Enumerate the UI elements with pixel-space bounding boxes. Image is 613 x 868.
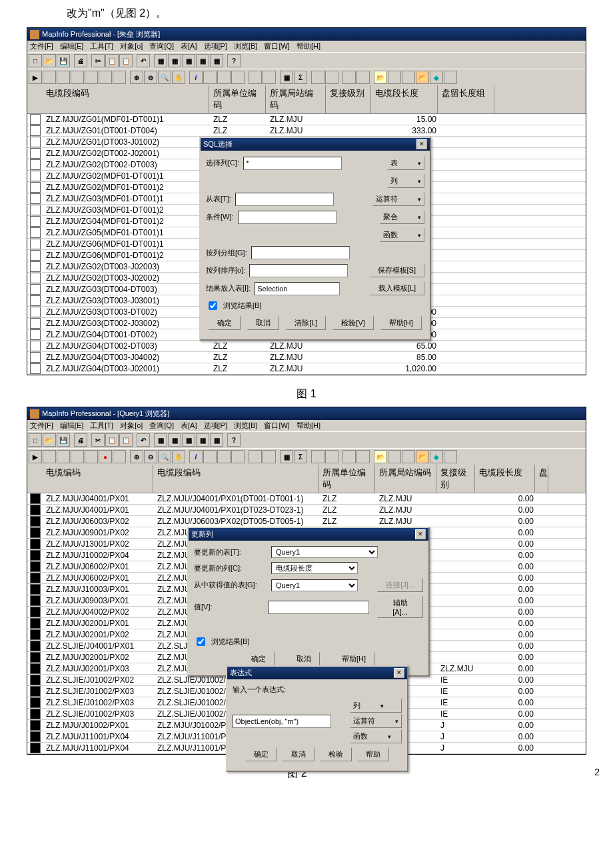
b3[interactable] <box>71 450 84 463</box>
help-icon[interactable]: ? <box>227 54 241 67</box>
b20[interactable]: 📂 <box>416 450 429 463</box>
row-marker[interactable] <box>30 573 41 583</box>
row-marker[interactable] <box>30 561 41 572</box>
zoom-icon[interactable]: 🔍 <box>158 450 171 463</box>
row-marker[interactable] <box>30 182 41 193</box>
b17[interactable]: 📂 <box>374 450 387 463</box>
undo-icon[interactable]: ↶ <box>137 433 150 447</box>
row-marker[interactable] <box>30 686 41 697</box>
expression-input[interactable] <box>233 715 331 728</box>
w4-icon[interactable]: ▦ <box>196 433 209 447</box>
b4[interactable] <box>85 450 98 463</box>
value-input[interactable] <box>268 601 369 614</box>
row-marker[interactable] <box>30 629 41 640</box>
table-row[interactable]: ZLZ.MJU/ZG01(DT001-DT004)ZLZZLZ.MJU333.0… <box>27 125 586 137</box>
function-dropdown[interactable]: 函数 <box>350 729 402 743</box>
b6[interactable] <box>113 450 126 463</box>
save-icon[interactable]: 💾 <box>57 433 70 447</box>
row-marker[interactable] <box>30 239 41 249</box>
table-dropdown[interactable]: 表 <box>387 156 424 170</box>
w3-icon[interactable]: ▦ <box>182 433 195 447</box>
t20[interactable]: 📂 <box>416 71 429 84</box>
ok-button[interactable]: 确定 <box>209 316 241 330</box>
t14[interactable] <box>325 71 338 84</box>
table-row[interactable]: ZLZ.MJU/ZG04(DT003-J04002)ZLZZLZ.MJU85.0… <box>27 352 586 363</box>
help-button[interactable]: 帮助[H] <box>380 316 422 330</box>
row-marker[interactable] <box>30 675 41 685</box>
row-marker[interactable] <box>30 318 41 329</box>
t1[interactable] <box>43 71 56 84</box>
row-marker[interactable] <box>30 205 41 215</box>
row-marker[interactable] <box>30 216 41 227</box>
row-marker[interactable] <box>30 363 41 374</box>
column-dropdown[interactable]: 列 <box>387 174 424 188</box>
pointer-icon[interactable]: ▶ <box>29 71 42 84</box>
t5[interactable] <box>99 71 112 84</box>
menubar[interactable]: 文件[F]编辑[E]工具[T]对象[o]查询[Q]表[A]选项[P]浏览[B]窗… <box>27 41 586 52</box>
row-marker[interactable] <box>30 307 41 317</box>
row-marker[interactable] <box>30 618 41 629</box>
row-marker[interactable] <box>30 125 41 136</box>
t6[interactable] <box>113 71 126 84</box>
row-marker[interactable] <box>30 505 41 515</box>
t3[interactable] <box>71 71 84 84</box>
row-marker[interactable] <box>30 329 41 340</box>
row-marker[interactable] <box>30 720 41 731</box>
row-marker[interactable] <box>30 550 41 561</box>
undo-icon[interactable]: ↶ <box>137 54 150 67</box>
b12[interactable]: ▦ <box>280 450 293 463</box>
ok-button[interactable]: 确定 <box>245 747 277 761</box>
row-marker[interactable] <box>30 595 41 606</box>
close-icon[interactable]: ✕ <box>394 668 404 678</box>
row-marker[interactable] <box>30 273 41 283</box>
new-icon[interactable]: □ <box>29 54 42 67</box>
sigma-icon[interactable]: Σ <box>294 450 307 463</box>
clear-button[interactable]: 清除[L] <box>286 316 326 330</box>
t13[interactable] <box>311 71 324 84</box>
save-icon[interactable]: 💾 <box>57 54 70 67</box>
b22[interactable] <box>444 450 457 463</box>
table-row[interactable]: ZLZ.MJU/ZG04(DT002-DT003)ZLZZLZ.MJU65.00 <box>27 341 586 352</box>
w2-icon[interactable]: ▦ <box>168 433 181 447</box>
ok-button[interactable]: 确定 <box>243 652 275 666</box>
print-icon[interactable]: 🖨 <box>74 433 87 447</box>
zoom-out-icon[interactable]: ⊖ <box>144 71 157 84</box>
result-table-input[interactable] <box>255 282 340 295</box>
copy-icon[interactable]: 📋 <box>105 433 119 447</box>
save-template-button[interactable]: 保存模板[S] <box>369 263 424 277</box>
row-marker[interactable] <box>30 148 41 159</box>
t21[interactable]: ◆ <box>430 71 443 84</box>
w5-icon[interactable]: ▦ <box>210 433 223 447</box>
update-col-select[interactable]: 电缆段长度 <box>271 562 358 574</box>
row-marker[interactable] <box>30 352 41 363</box>
close-icon[interactable]: ✕ <box>416 139 427 149</box>
operator-dropdown[interactable]: 运算符 <box>350 714 402 728</box>
win1-icon[interactable]: ▦ <box>154 54 167 67</box>
b15[interactable] <box>342 450 356 463</box>
b13[interactable] <box>311 450 324 463</box>
row-marker[interactable] <box>30 663 41 674</box>
t12[interactable]: ▦ <box>280 71 293 84</box>
browse-results-checkbox[interactable] <box>197 637 205 646</box>
condition-input[interactable] <box>238 211 336 224</box>
table-row[interactable]: ZLZ.MJU/ZG04(DT003-J02001)ZLZZLZ.MJU1,02… <box>27 363 586 375</box>
row-marker[interactable] <box>30 159 41 170</box>
info-icon[interactable]: i <box>189 450 203 463</box>
zoom-out-icon[interactable]: ⊖ <box>144 450 157 463</box>
help-button[interactable]: 帮助 <box>357 747 389 761</box>
t8[interactable] <box>217 71 231 84</box>
table-row[interactable]: ZLZ.MJU/J04001/PX01ZLZ.MJU/J04001/PX01(D… <box>27 505 586 516</box>
new-icon[interactable]: □ <box>29 433 42 447</box>
t16[interactable] <box>356 71 370 84</box>
t19[interactable] <box>402 71 415 84</box>
verify-button[interactable]: 检验 <box>320 747 352 761</box>
t2[interactable] <box>57 71 70 84</box>
t17[interactable]: 📂 <box>374 71 387 84</box>
cancel-button[interactable]: 取消 <box>247 316 279 330</box>
table-row[interactable]: ZLZ.MJU/ZG01(MDF01-DT001)1ZLZZLZ.MJU15.0… <box>27 114 586 125</box>
zoom-icon[interactable]: 🔍 <box>158 71 171 84</box>
row-marker[interactable] <box>30 114 41 125</box>
row-marker[interactable] <box>30 652 41 663</box>
info-icon[interactable]: i <box>189 71 203 84</box>
win4-icon[interactable]: ▦ <box>196 54 209 67</box>
